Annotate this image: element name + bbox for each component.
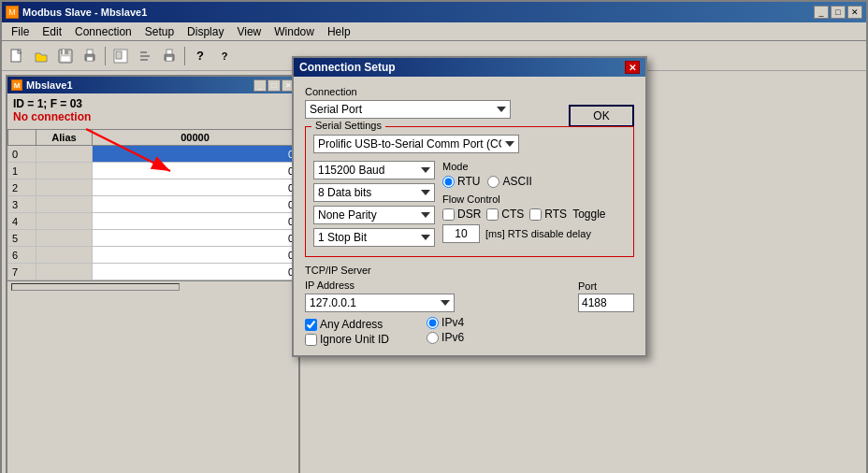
cts-text: CTS [501,208,524,221]
connection-setup-dialog: Connection Setup ✕ OK Cancel Connection … [292,56,647,357]
rts-delay-row: [ms] RTS disable delay [442,224,626,243]
mode-ascii-label[interactable]: ASCII [487,175,531,188]
mode-rtu-text: RTU [457,175,480,188]
stop-bits-select[interactable]: 1 Stop Bit 2 Stop Bits [313,228,435,247]
connection-select[interactable]: Serial Port TCP/IP USB [305,100,511,119]
tcpip-bottom-row: Any Address Ignore Unit ID IPv4 [305,316,634,346]
mode-radio-row: RTU ASCII [442,175,626,188]
dialog-title-bar: Connection Setup ✕ [294,58,645,77]
baud-rate-select[interactable]: 9600 Baud 19200 Baud 38400 Baud 57600 Ba… [313,161,435,179]
ipv6-radio[interactable] [427,332,439,344]
parity-select[interactable]: None Parity Even Parity Odd Parity [313,206,435,224]
ipv4-label[interactable]: IPv4 [427,316,464,329]
tcpip-row: IP Address 127.0.0.1 Port [305,280,634,312]
serial-settings-label: Serial Settings [311,120,385,131]
dialog-body: OK Cancel Connection Serial Port TCP/IP … [294,77,645,355]
ip-version-radios: IPv4 IPv6 [427,316,464,344]
cts-checkbox[interactable] [486,208,499,221]
ip-address-section: IP Address 127.0.0.1 [305,280,571,312]
ipv6-label[interactable]: IPv6 [427,331,464,344]
flow-control-label: Flow Control [442,194,626,205]
ipv4-text: IPv4 [441,316,464,329]
ignore-unit-id-checkbox[interactable] [305,334,317,346]
rts-text: RTS [544,208,567,221]
mode-ascii-radio[interactable] [487,176,499,188]
port-section: Port [578,280,634,312]
connection-label: Connection [305,86,634,97]
serial-right-column: Mode RTU ASCII [442,161,626,249]
tcpip-label: TCP/IP Server [305,265,634,276]
dsr-checkbox[interactable] [442,208,455,221]
dialog-title: Connection Setup [299,61,396,74]
port-input[interactable] [578,294,634,312]
ignore-unit-id-label[interactable]: Ignore Unit ID [305,333,389,346]
tcpip-section: TCP/IP Server IP Address 127.0.0.1 Port [305,265,634,346]
ignore-unit-id-text: Ignore Unit ID [320,333,389,346]
ip-address-select[interactable]: 127.0.0.1 [305,294,455,312]
serial-settings-row: 9600 Baud 19200 Baud 38400 Baud 57600 Ba… [313,161,626,249]
rts-checkbox[interactable] [529,208,542,221]
mode-ascii-text: ASCII [502,175,531,188]
rts-delay-label: [ms] RTS disable delay [485,228,591,239]
any-address-checkbox[interactable] [305,319,317,331]
serial-left-column: 9600 Baud 19200 Baud 38400 Baud 57600 Ba… [313,161,435,247]
rts-delay-input[interactable] [442,224,480,243]
dialog-close-button[interactable]: ✕ [625,61,640,74]
tcpip-checkboxes: Any Address Ignore Unit ID [305,318,389,346]
ip-address-label: IP Address [305,280,571,291]
flow-control-checkboxes: DSR CTS RTS [442,208,626,221]
mode-rtu-radio[interactable] [442,176,455,188]
flow-control-section: Flow Control DSR CTS [442,194,626,243]
data-bits-select[interactable]: 7 Data bits 8 Data bits [313,183,435,202]
any-address-label[interactable]: Any Address [305,318,389,331]
port-label: Port [578,280,634,292]
dsr-label[interactable]: DSR [442,208,481,221]
ok-button[interactable]: OK [569,105,634,127]
ipv4-radio[interactable] [427,317,439,329]
mode-section: Mode RTU ASCII [442,161,626,188]
ipv6-text: IPv6 [441,331,464,344]
serial-port-select[interactable]: Prolific USB-to-Serial Comm Port (COM7) … [313,135,519,153]
toggle-text: Toggle [572,208,605,221]
rts-label[interactable]: RTS [529,208,567,221]
dsr-text: DSR [457,208,481,221]
mode-label: Mode [442,161,626,172]
any-address-text: Any Address [320,318,383,331]
cts-label[interactable]: CTS [486,208,524,221]
main-window: M Modbus Slave - Mbslave1 _ □ ✕ File Edi… [0,0,868,473]
serial-settings-box: Serial Settings Prolific USB-to-Serial C… [305,126,634,257]
dialog-overlay: Connection Setup ✕ OK Cancel Connection … [2,2,866,471]
mode-rtu-label[interactable]: RTU [442,175,480,188]
